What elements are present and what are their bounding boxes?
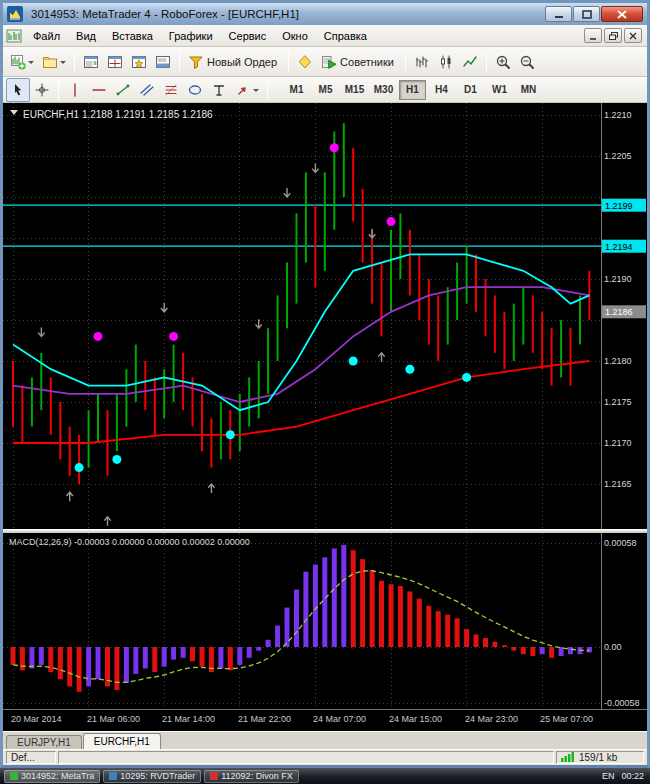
cursor-icon [10,82,26,98]
timeframe-m5-button[interactable]: M5 [312,80,339,100]
metaeditor-button[interactable] [293,50,317,74]
timeframe-m15-button[interactable]: M15 [341,80,368,100]
chart-tabs-bar: EURJPY,H1EURCHF,H1 [3,731,647,749]
time-axis[interactable]: 20 Mar 201421 Mar 06:0021 Mar 14:0021 Ma… [3,709,647,731]
timeframe-d1-button[interactable]: D1 [457,80,484,100]
zoom-in-button[interactable] [491,50,515,74]
menu-item-service[interactable]: Сервис [221,27,275,45]
menu-item-file[interactable]: Файл [25,27,68,45]
timeframe-m1-button[interactable]: M1 [283,80,310,100]
text-tool-button[interactable] [207,78,231,102]
crosshair-icon [34,82,50,98]
data-window-button[interactable] [103,50,127,74]
arrows-tool-button[interactable] [231,78,263,102]
timeframe-w1-button[interactable]: W1 [486,80,513,100]
timeframe-h4-button[interactable]: H4 [428,80,455,100]
child-restore-button[interactable] [604,28,622,43]
svg-text:MACD(12,26,9) -0.00003 0.00000: MACD(12,26,9) -0.00003 0.00000 0.00000 0… [9,537,250,547]
time-axis-label: 20 Mar 2014 [11,714,62,724]
expert-advisors-icon [321,54,337,70]
profiles-icon [42,54,58,70]
menu-item-insert[interactable]: Вставка [104,27,161,45]
svg-text:0.00058: 0.00058 [604,538,637,548]
menu-item-help[interactable]: Справка [316,27,375,45]
trendline-icon [115,82,131,98]
svg-text:1.2210: 1.2210 [604,110,632,120]
titlebar[interactable]: 3014953: MetaTrader 4 - RoboForex - [EUR… [3,3,647,25]
timeframe-m30-button[interactable]: M30 [370,80,397,100]
child-close-button[interactable] [624,28,642,43]
time-axis-label: 24 Mar 15:00 [389,714,442,724]
maximize-button[interactable] [573,6,600,22]
text-tool-icon [211,82,227,98]
horizontal-line-icon [91,82,107,98]
toolbar-separator [405,52,406,72]
terminal-button[interactable] [151,50,175,74]
line-chart-mode-button[interactable] [458,50,482,74]
new-order-label: Новый Ордер [207,56,277,68]
vertical-line-icon [67,82,83,98]
taskbar-item-rvdtrader[interactable]: 10295: RVDTrader [103,770,201,783]
timeframe-group: M1M5M15M30H1H4D1W1MN [282,80,543,100]
time-axis-label: 24 Mar 23:00 [465,714,518,724]
navigator-button[interactable] [127,50,151,74]
toolbar-separator [74,52,75,72]
minimize-button[interactable] [545,6,572,22]
window-title: 3014953: MetaTrader 4 - RoboForex - [EUR… [31,8,299,20]
timeframe-h1-button[interactable]: H1 [399,80,426,100]
toolbar-separator [179,52,180,72]
menu-item-charts[interactable]: Графики [161,27,221,45]
timeframe-mn-button[interactable]: MN [515,80,542,100]
shapes-button[interactable] [183,78,207,102]
terminal-icon [155,54,171,70]
taskbar-item-label: 3014952: MetaTra [21,771,94,781]
dropdown-arrow-icon [60,61,66,67]
trendline-button[interactable] [111,78,135,102]
language-indicator[interactable]: EN [602,771,615,781]
new-order-icon [188,54,204,70]
dropdown-arrow-icon [253,89,259,95]
close-button[interactable] [601,6,643,22]
tab-eurjpy-h1[interactable]: EURJPY,H1 [6,735,82,749]
horizontal-line-button[interactable] [87,78,111,102]
candlestick-icon [438,54,454,70]
main-chart-canvas[interactable]: 1.22101.22051.21901.21801.21751.21701.21… [3,103,647,529]
macd-pane[interactable]: 0.000580.00-0.00058MACD(12,26,9) -0.0000… [3,533,647,709]
arrows-tool-icon [235,82,251,98]
rvdtrader-app-icon [109,772,117,780]
profiles-button[interactable] [38,50,70,74]
vertical-line-button[interactable] [63,78,87,102]
new-chart-button[interactable] [6,50,38,74]
line-studies-toolbar: M1M5M15M30H1H4D1W1MN [3,77,647,103]
zoom-out-button[interactable] [515,50,539,74]
cursor-button[interactable] [6,78,30,102]
child-minimize-button[interactable] [584,28,602,43]
time-axis-label: 21 Mar 14:00 [162,714,215,724]
chart-area: 1.22101.22051.21901.21801.21751.21701.21… [3,103,647,731]
expert-advisors-button[interactable]: Советники [317,50,401,74]
new-order-button[interactable]: Новый Ордер [184,50,284,74]
crosshair-button[interactable] [30,78,54,102]
menu-item-view[interactable]: Вид [68,27,104,45]
navigator-icon [131,54,147,70]
metatrader-app-icon [10,772,18,780]
taskbar-item-metatrader[interactable]: 3014952: MetaTra [4,770,100,783]
market-watch-icon [83,54,99,70]
taskbar-item-label: 10295: RVDTrader [120,771,195,781]
channel-button[interactable] [135,78,159,102]
fibonacci-button[interactable] [159,78,183,102]
status-connection: 159/1 kb [556,751,644,764]
svg-text:1.2199: 1.2199 [605,201,633,211]
taskbar-item-divon-fx[interactable]: 112092: Divon FX [204,770,298,783]
menu-item-window[interactable]: Окно [274,27,316,45]
market-watch-button[interactable] [79,50,103,74]
tab-eurchf-h1[interactable]: EURCHF,H1 [83,733,161,749]
taskbar-clock[interactable]: 00:22 [621,771,644,781]
time-axis-label: 25 Mar 07:00 [540,714,593,724]
status-message [58,751,554,764]
candlestick-mode-button[interactable] [434,50,458,74]
svg-text:1.2190: 1.2190 [604,274,632,284]
toolbar-separator [288,52,289,72]
zoom-in-icon [495,54,511,70]
bar-chart-mode-button[interactable] [410,50,434,74]
